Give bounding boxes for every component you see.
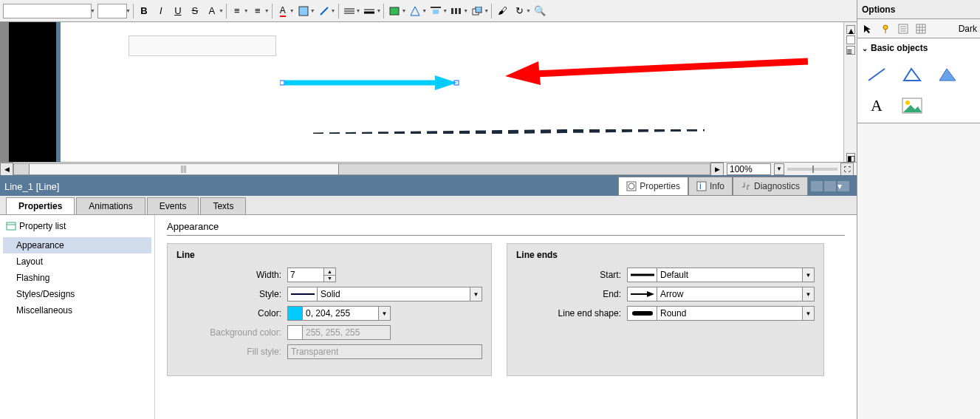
- group-title: Line: [177, 250, 482, 260]
- scroll-thumb[interactable]: [29, 164, 339, 174]
- canvas-cyan-arrow[interactable]: [280, 74, 465, 96]
- scroll-left-button[interactable]: ◀: [0, 163, 13, 176]
- align-objects-button[interactable]: [428, 3, 444, 19]
- status-square-icon[interactable]: ▲: [846, 25, 855, 34]
- end-combo[interactable]: Arrow ▼: [627, 287, 815, 302]
- property-category-layout[interactable]: Layout: [3, 253, 151, 270]
- list-icon[interactable]: [896, 21, 911, 36]
- inspector-layout-button[interactable]: [824, 181, 836, 191]
- style-combo[interactable]: Solid ▼: [287, 287, 482, 302]
- width-input[interactable]: [287, 268, 324, 282]
- shape-fill-button[interactable]: [386, 3, 402, 19]
- inspector-tab-diagnostics[interactable]: Diagnostics: [733, 177, 808, 196]
- formatting-toolbar: ▼ ▼ B I U S A▼ ≡▼ ≡▼ A▼ ▼ ▼ ▼ ▼ ▼ ▼ ▼ ▼ …: [0, 0, 857, 22]
- canvas-dashed-line[interactable]: [313, 129, 705, 134]
- subtab-animations[interactable]: Animations: [76, 197, 145, 214]
- start-combo[interactable]: Default ▼: [627, 268, 815, 282]
- width-spinner[interactable]: ▲▼: [324, 268, 336, 282]
- zoom-dropdown-button[interactable]: ▼: [774, 163, 784, 175]
- svg-text:i: i: [699, 181, 702, 191]
- svg-rect-6: [390, 7, 399, 15]
- strikethrough-button[interactable]: S: [187, 3, 203, 19]
- font-color-button[interactable]: A: [275, 3, 291, 19]
- design-canvas[interactable]: ▲ ≡ ◧: [0, 22, 857, 162]
- property-category-flashing[interactable]: Flashing: [3, 270, 151, 286]
- tab-label: Info: [710, 181, 724, 191]
- property-category-appearance[interactable]: Appearance: [3, 237, 151, 253]
- basic-objects-header[interactable]: ⌄ Basic objects: [857, 38, 980, 58]
- inspector-title: Line_1 [Line]: [4, 181, 618, 192]
- font-case-button[interactable]: A: [204, 3, 220, 19]
- svg-line-21: [313, 129, 705, 134]
- svg-point-34: [883, 25, 888, 30]
- group-line: Line Width: ▲▼ Style: Solid ▼: [167, 243, 492, 376]
- status-square-icon[interactable]: ≡: [846, 46, 855, 55]
- canvas-red-arrow[interactable]: [505, 55, 815, 85]
- underline-button[interactable]: U: [170, 3, 186, 19]
- shape-combo[interactable]: Round ▼: [627, 306, 815, 321]
- zoom-input[interactable]: [727, 163, 771, 175]
- image-tool[interactable]: [899, 95, 925, 117]
- svg-line-45: [868, 69, 885, 81]
- bold-button[interactable]: B: [136, 3, 152, 19]
- line-width-button[interactable]: [361, 3, 377, 19]
- polygon-tool[interactable]: [934, 64, 961, 86]
- property-category-styles[interactable]: Styles/Designs: [3, 286, 151, 302]
- svg-marker-20: [505, 61, 541, 85]
- status-square-icon[interactable]: ◧: [846, 153, 855, 162]
- svg-rect-12: [459, 8, 461, 14]
- options-header: Options: [857, 0, 980, 19]
- inspector-layout-button[interactable]: [811, 181, 823, 191]
- line-style-button[interactable]: [341, 3, 357, 19]
- dropdown-icon[interactable]: ▼: [90, 8, 95, 13]
- align-center-button[interactable]: ≡: [250, 3, 266, 19]
- grid-icon[interactable]: [914, 21, 928, 36]
- order-button[interactable]: [469, 3, 485, 19]
- tab-label: Properties: [640, 181, 680, 191]
- inspector-panel: Line_1 [Line] Properties i Info Diagnost…: [0, 175, 857, 419]
- pin-icon[interactable]: [878, 21, 893, 36]
- svg-rect-26: [7, 222, 16, 230]
- svg-rect-40: [916, 24, 925, 33]
- color-combo[interactable]: 0, 204, 255 ▼: [287, 306, 391, 321]
- font-family-select[interactable]: [3, 4, 92, 18]
- brush-button[interactable]: 🖌: [494, 3, 510, 19]
- font-size-select[interactable]: [97, 4, 127, 18]
- bgcolor-combo: 255, 255, 255: [287, 325, 391, 340]
- shape-outline-button[interactable]: [407, 3, 423, 19]
- distribute-button[interactable]: [448, 3, 465, 19]
- status-square-icon[interactable]: [846, 35, 855, 44]
- right-side-panel: Options Dark ⌄ Basic objects A: [857, 0, 980, 419]
- text-tool[interactable]: A: [863, 95, 890, 117]
- canvas-object-placeholder[interactable]: [129, 35, 276, 56]
- scroll-right-button[interactable]: ▶: [710, 163, 724, 176]
- zoom-fit-button[interactable]: ⛶: [840, 163, 854, 176]
- polyline-tool[interactable]: [899, 64, 925, 86]
- pointer-tool-icon[interactable]: [860, 21, 875, 36]
- dropdown-icon[interactable]: ▼: [126, 8, 131, 13]
- property-category-misc[interactable]: Miscellaneous: [3, 302, 151, 318]
- svg-rect-14: [476, 7, 482, 13]
- label-width: Width:: [177, 270, 287, 280]
- line-tool[interactable]: [863, 64, 890, 86]
- svg-marker-33: [864, 25, 871, 33]
- fill-color-button[interactable]: [295, 3, 312, 19]
- rotate-button[interactable]: ↻: [511, 3, 527, 19]
- zoom-slider[interactable]: [787, 168, 837, 171]
- theme-label: Dark: [959, 24, 977, 34]
- inspector-collapse-button[interactable]: ▾: [837, 181, 849, 191]
- align-left-button[interactable]: ≡: [229, 3, 245, 19]
- svg-rect-32: [632, 311, 653, 316]
- scroll-track[interactable]: [13, 163, 710, 175]
- inspector-tab-properties[interactable]: Properties: [618, 177, 688, 196]
- subtab-texts[interactable]: Texts: [200, 197, 246, 214]
- inspector-tab-info[interactable]: i Info: [688, 177, 733, 196]
- subtab-events[interactable]: Events: [147, 197, 199, 214]
- property-list-panel: Property list Appearance Layout Flashing…: [0, 215, 155, 419]
- line-color-button[interactable]: [316, 3, 332, 19]
- italic-button[interactable]: I: [153, 3, 169, 19]
- zoom-tool-button[interactable]: 🔍: [532, 3, 548, 19]
- label-fillstyle: Fill style:: [177, 347, 287, 357]
- subtab-properties[interactable]: Properties: [6, 197, 75, 214]
- group-title: Line ends: [516, 250, 815, 260]
